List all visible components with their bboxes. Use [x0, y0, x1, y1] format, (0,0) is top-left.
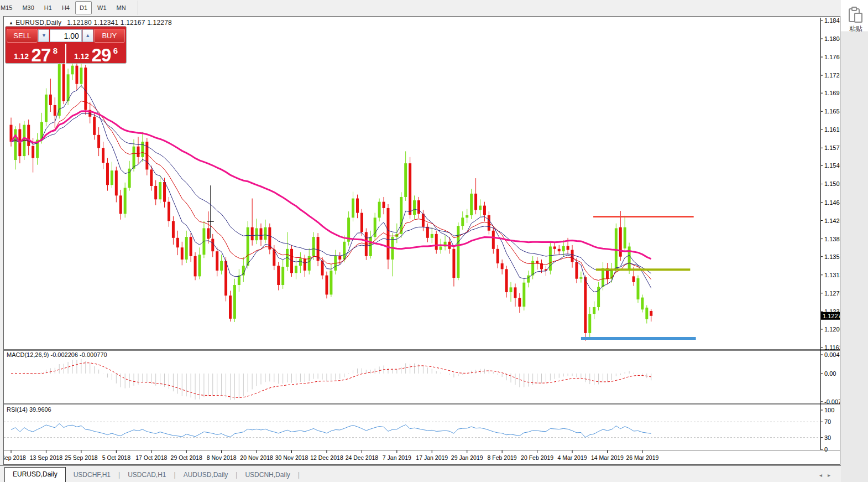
svg-text:5 Oct 2018: 5 Oct 2018 — [102, 454, 131, 461]
svg-text:100: 100 — [824, 407, 834, 413]
timeframe-button-h4[interactable]: H4 — [57, 1, 74, 14]
tab-usdcad-h1[interactable]: USDCAD,H1 — [120, 469, 174, 482]
paste-tool[interactable]: 粘贴 — [848, 7, 868, 32]
buy-price-base: 1.12 — [74, 52, 89, 61]
svg-text:1.14260: 1.14260 — [824, 217, 840, 224]
svg-text:1.15020: 1.15020 — [824, 180, 840, 187]
svg-text:1.12750: 1.12750 — [824, 290, 840, 297]
tab-usdcnh-daily[interactable]: USDCNH,Daily — [237, 469, 297, 482]
price-divider — [65, 44, 66, 65]
toolbar-separator — [138, 1, 138, 15]
panel-separators — [4, 350, 840, 450]
chart-window: 1.184201.180401.176601.172801.169101.165… — [3, 16, 840, 465]
svg-text:1.12278: 1.12278 — [823, 313, 840, 319]
svg-text:0.00: 0.00 — [824, 370, 836, 377]
buy-button[interactable]: BUY — [94, 29, 125, 43]
svg-text:1.16150: 1.16150 — [824, 126, 840, 133]
svg-text:1.15770: 1.15770 — [824, 144, 840, 151]
svg-text:1.13130: 1.13130 — [824, 272, 840, 278]
chart-header: ▲EURUSD,Daily1.12180 1.12341 1.12167 1.1… — [9, 19, 172, 27]
svg-text:29 Jan 2019: 29 Jan 2019 — [451, 454, 483, 461]
svg-text:17 Oct 2018: 17 Oct 2018 — [135, 454, 167, 461]
timeframe-toolbar: M15M30H1H4D1W1MN — [0, 0, 868, 15]
trading-terminal: { "toolbar": { "timeframes": ["M15","M30… — [0, 0, 868, 482]
buy-price[interactable]: 1.12 29 6 — [67, 44, 125, 65]
timeframe-button-h1[interactable]: H1 — [40, 1, 56, 14]
price-chart[interactable]: 1.184201.180401.176601.172801.169101.165… — [4, 17, 840, 464]
volume-down-button[interactable]: ▼ — [38, 29, 49, 42]
svg-text:-0.007087: -0.007087 — [824, 398, 840, 405]
svg-text:26 Mar 2019: 26 Mar 2019 — [626, 454, 658, 461]
tab-divider: | — [298, 469, 300, 482]
side-panel — [841, 0, 868, 482]
buy-price-pip: 6 — [113, 46, 118, 55]
sell-price-pip: 8 — [53, 46, 57, 55]
svg-text:1.18040: 1.18040 — [824, 35, 840, 42]
one-click-trade-panel: SELL ▼ 1.00 ▲ BUY 1.12 27 8 1.12 29 6 — [5, 26, 127, 64]
svg-text:1.11620: 1.11620 — [824, 344, 840, 351]
svg-text:20 Nov 2018: 20 Nov 2018 — [240, 454, 273, 461]
tab-usdchf-h1[interactable]: USDCHF,H1 — [66, 469, 118, 482]
svg-text:14 Mar 2019: 14 Mar 2019 — [591, 454, 624, 461]
paste-label: 粘贴 — [849, 24, 862, 32]
svg-text:1.13880: 1.13880 — [824, 236, 840, 242]
svg-text:20 Feb 2019: 20 Feb 2019 — [521, 454, 553, 461]
timeframe-button-d1[interactable]: D1 — [75, 1, 92, 14]
svg-text:1.16530: 1.16530 — [824, 108, 840, 115]
sell-price[interactable]: 1.12 27 8 — [7, 44, 65, 65]
svg-text:70: 70 — [824, 418, 831, 425]
hline-objects[interactable] — [581, 217, 696, 339]
svg-text:1.15400: 1.15400 — [824, 162, 840, 169]
svg-text:17 Jan 2019: 17 Jan 2019 — [416, 454, 448, 461]
volume-input[interactable]: 1.00 — [50, 29, 81, 42]
tab-eurusd-daily[interactable]: EURUSD,Daily — [4, 467, 66, 482]
timeframe-button-m30[interactable]: M30 — [18, 1, 38, 14]
chart-ohlc-values: 1.12180 1.12341 1.12167 1.12278 — [67, 19, 172, 27]
timeframe-button-mn[interactable]: MN — [112, 1, 130, 14]
collapse-icon[interactable]: ▲ — [9, 20, 13, 25]
macd-label: MACD(12,26,9) -0.002206 -0.000770 — [7, 351, 107, 358]
timeframe-button-w1[interactable]: W1 — [93, 1, 111, 14]
macd-layer — [11, 359, 651, 400]
svg-text:29 Oct 2018: 29 Oct 2018 — [171, 454, 202, 461]
svg-text:7 Jan 2019: 7 Jan 2019 — [383, 454, 411, 461]
chart-symbol-label: EURUSD,Daily — [15, 19, 61, 27]
svg-text:30: 30 — [824, 434, 831, 441]
svg-text:1.17660: 1.17660 — [824, 54, 840, 60]
svg-text:30 Nov 2018: 30 Nov 2018 — [275, 454, 308, 461]
volume-up-button[interactable]: ▲ — [82, 29, 93, 42]
symbol-tabbar: EURUSD,DailyUSDCHF,H1|USDCAD,H1|AUDUSD,D… — [0, 465, 841, 482]
rsi-layer — [4, 422, 820, 437]
svg-text:1.17280: 1.17280 — [824, 72, 840, 79]
svg-text:8 Nov 2018: 8 Nov 2018 — [207, 454, 237, 461]
svg-text:4 Mar 2019: 4 Mar 2019 — [557, 454, 587, 461]
svg-text:1.13510: 1.13510 — [824, 253, 840, 260]
rsi-label: RSI(14) 39.9606 — [7, 406, 51, 413]
svg-text:3 Sep 2018: 3 Sep 2018 — [4, 454, 26, 461]
price-axis: 1.184201.180401.176601.172801.169101.165… — [820, 17, 840, 453]
date-axis: 3 Sep 201813 Sep 201825 Sep 20185 Oct 20… — [4, 450, 659, 461]
svg-text:1.18420: 1.18420 — [824, 17, 840, 24]
svg-text:25 Sep 2018: 25 Sep 2018 — [65, 454, 98, 461]
svg-text:24 Dec 2018: 24 Dec 2018 — [346, 454, 379, 461]
clipboard-paste-icon — [848, 7, 862, 23]
svg-text:1.12000: 1.12000 — [824, 326, 840, 333]
svg-text:12 Dec 2018: 12 Dec 2018 — [310, 454, 343, 461]
svg-text:0.004735: 0.004735 — [824, 351, 840, 358]
buy-price-big: 29 — [92, 45, 111, 65]
candles-layer — [10, 60, 653, 341]
moving-averages-layer — [11, 85, 651, 292]
svg-text:1.16910: 1.16910 — [824, 90, 840, 96]
svg-text:0: 0 — [824, 446, 828, 453]
current-price-badge: 1.12278 — [821, 312, 840, 320]
svg-text:13 Sep 2018: 13 Sep 2018 — [30, 454, 63, 461]
tab-scroll-left-icon[interactable]: ◂ — [819, 472, 828, 478]
sell-button[interactable]: SELL — [7, 29, 38, 43]
sell-price-base: 1.12 — [14, 52, 29, 61]
tab-scroll-arrows[interactable]: ◂▸ — [819, 472, 836, 478]
svg-text:8 Feb 2019: 8 Feb 2019 — [488, 454, 517, 461]
tab-scroll-right-icon[interactable]: ▸ — [828, 472, 836, 478]
sell-price-big: 27 — [32, 45, 51, 65]
tab-audusd-daily[interactable]: AUDUSD,Daily — [176, 469, 236, 482]
timeframe-button-m15[interactable]: M15 — [0, 1, 17, 14]
